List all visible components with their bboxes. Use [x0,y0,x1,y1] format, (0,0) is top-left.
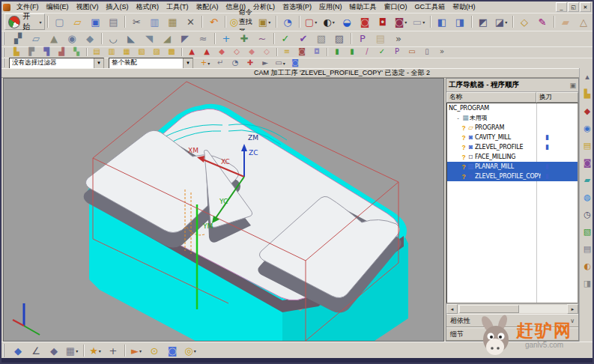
window-display-button[interactable]: ▢▾ [302,13,320,31]
rect-select-button[interactable]: ▭▾ [273,58,288,68]
part-navigator-button[interactable]: ◉ [579,120,594,137]
pin-icon[interactable]: ▣ [569,82,576,89]
selection-filter-combo[interactable]: 没有选择过滤器 ▼ [9,58,104,69]
scroll-track[interactable] [458,305,567,313]
menu-item-view[interactable]: 视图(V) [73,2,103,12]
simulate-toolpath-button[interactable]: ▧ [134,46,149,58]
menu-item-tools[interactable]: 工具(T) [163,2,193,12]
column-header-name[interactable]: 名称 [446,92,536,103]
snap-point-button[interactable]: +▾ [198,58,213,68]
anchor-point-button[interactable]: ⊙ [145,343,163,358]
horizontal-scrollbar[interactable]: ◄ ► [446,303,578,314]
workpiece-button[interactable]: ◘ [309,46,324,58]
curve-tool-button[interactable]: / [360,46,375,58]
section-cube-button[interactable]: ◙▾ [392,13,410,31]
menu-item-application[interactable]: 应用(N) [315,2,346,12]
draft-button[interactable]: ◤ [176,31,194,46]
tree-row-zlevel_profile_copy[interactable]: ?◙ZLEVEL_PROFILE_COPY▮ [447,172,578,181]
select-arrow-button[interactable]: ► [258,58,273,68]
generate-toolpath-button[interactable]: ▤ [89,46,104,58]
shop-documentation-button[interactable]: ▩ [164,46,179,58]
scroll-thumb[interactable] [459,305,519,313]
edit-feature-button[interactable]: ▨ [330,31,348,46]
tree-row-face_milling[interactable]: ?◘FACE_MILLING [447,152,578,162]
materials-tab-button[interactable]: ▧ [579,223,594,240]
create-geometry-button[interactable]: ▜ [39,46,54,58]
cut-button[interactable]: ✂ [127,13,145,31]
datum-plane-button[interactable]: ▱ [27,31,45,46]
show-hide-button[interactable]: ◒ [338,13,356,31]
screenshot-button[interactable]: ▣▾ [255,13,273,31]
create-tool-button[interactable]: ▛ [24,46,39,58]
note-pad-button[interactable]: ▤ [372,31,390,46]
move-component-button[interactable]: ◆ [45,343,63,358]
pin-red-2-button[interactable]: ▲ [199,46,214,58]
menu-item-aux-tools[interactable]: 辅助工具 [346,2,381,12]
menu-item-edit[interactable]: 编辑(E) [43,2,73,12]
point-button[interactable]: ✚ [235,31,253,46]
marker-2-button[interactable]: ◇ [229,46,244,58]
machine-tool-button[interactable]: ◙ [294,46,309,58]
menu-item-window[interactable]: 窗口(O) [381,2,411,12]
extrude-button[interactable]: ▲ [45,31,63,46]
tool-green-1-button[interactable]: ▮ [330,46,345,58]
assembly-navigator-button[interactable]: ▙ [579,85,594,103]
marker-1-button[interactable]: ◆ [214,46,229,58]
sphere-tool-button[interactable]: ◙ [163,343,181,358]
thread-button[interactable]: ≈ [194,31,212,46]
sketch-pencil-button[interactable]: ✎ [533,13,551,31]
orient-right-button[interactable]: ◨ [451,13,469,31]
shaded-cube-button[interactable]: ◙ [288,58,303,68]
unite-button[interactable]: ◆ [81,31,99,46]
paste-button[interactable]: ▦ [163,13,181,31]
chamfer-button[interactable]: ◣ [122,31,140,46]
p-post-button[interactable]: P [390,46,404,58]
visual-effect-button[interactable]: △ [575,13,593,31]
minimize-button[interactable]: _ [556,2,567,12]
pattern-face-button[interactable]: ◪▾ [492,13,510,31]
material-strip-button[interactable]: ▰ [557,13,575,31]
display-mode-button[interactable]: ◐▾ [320,13,338,31]
web-browser-button[interactable]: ◍ [579,189,594,206]
help-context-button[interactable]: ◔ [279,13,297,31]
restore-button[interactable]: ◱ [568,2,579,12]
column-header-toolchange[interactable]: 换刀 [536,92,578,103]
shell-button[interactable]: ◥ [140,31,158,46]
spline-button[interactable]: ~ [253,31,271,46]
trim-body-button[interactable]: ◢ [158,31,176,46]
tree-row-nc_program[interactable]: NC_PROGRAM [447,103,578,113]
menu-item-format[interactable]: 格式(R) [133,2,163,12]
assembly-cube-button[interactable]: ◙ [356,13,374,31]
chevron-down-icon[interactable]: ▼ [183,58,193,68]
close-button[interactable]: ✕ [580,2,591,12]
manip-handle-button[interactable]: ◆ [9,343,27,358]
tree-row-planar_mill[interactable]: ?▥PLANAR_MILL▮ [447,162,578,172]
edit-display-button[interactable]: ▯ [419,46,434,58]
globe-tool-button[interactable]: ◎▾ [181,343,199,358]
tree-row-program[interactable]: ?▱PROGRAM [447,123,578,133]
menu-item-insert[interactable]: 插入(S) [103,2,133,12]
menu-item-preferences[interactable]: 首选项(P) [279,2,315,12]
tool-green-2-button[interactable]: ▮ [345,46,360,58]
book-button[interactable]: ▭ [404,46,419,58]
pin-red-1-button[interactable]: ▲ [184,46,199,58]
hole-button[interactable]: ◉ [63,31,81,46]
measure-button[interactable]: ◇ [515,13,533,31]
more-row3-button[interactable]: » [434,46,449,58]
crosshair-point-button[interactable]: + [104,343,122,358]
post-process-button[interactable]: ▨ [149,46,164,58]
datum-csys-button[interactable]: + [217,31,235,46]
move-face-button[interactable]: ◩ [474,13,492,31]
marker-4-button[interactable]: ◇ [259,46,274,58]
play-p-button[interactable]: P [354,31,372,46]
deviation-gauge-button[interactable]: ▧ [312,31,330,46]
roles-tab-button[interactable]: ◐ [579,258,594,275]
delete-button[interactable]: ✕ [181,13,199,31]
graphics-viewport[interactable]: ZM ZC XM XC YC YM [3,78,444,342]
scope-combo[interactable]: 整个装配 ▼ [109,58,193,69]
view-style-button[interactable]: ▭▾ [410,13,428,31]
menu-item-help[interactable]: 帮助(H) [449,2,479,12]
print-button[interactable]: ▤ [104,13,122,31]
tree-expander[interactable]: - [455,115,461,121]
open-file-button[interactable]: ▱ [68,13,86,31]
